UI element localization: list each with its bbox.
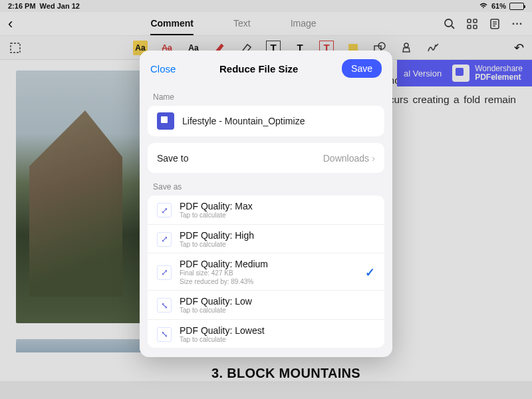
modal-title: Reduce File Size: [219, 63, 298, 74]
quality-title: PDF Quality: Lowest: [180, 325, 265, 336]
quality-icon: ⤡: [157, 298, 172, 313]
quality-title: PDF Quality: Low: [180, 296, 252, 307]
quality-option-max[interactable]: ⤢ PDF Quality: Max Tap to calculate: [148, 196, 384, 225]
quality-title: PDF Quality: Medium: [180, 259, 268, 269]
quality-icon: ⤡: [157, 327, 172, 342]
check-icon: ✓: [365, 265, 375, 280]
name-section-label: Name: [140, 83, 392, 106]
quality-subtitle-2: Size reduced by: 89.43%: [180, 278, 268, 287]
quality-subtitle: Tap to calculate: [180, 336, 265, 344]
quality-title: PDF Quality: Max: [180, 201, 253, 211]
chevron-right-icon: ›: [372, 152, 375, 164]
quality-option-lowest[interactable]: ⤡ PDF Quality: Lowest Tap to calculate: [148, 320, 384, 348]
quality-subtitle: Tap to calculate: [180, 211, 253, 220]
save-as-section-label: Save as: [140, 173, 392, 196]
quality-option-high[interactable]: ⤢ PDF Quality: High Tap to calculate: [148, 225, 384, 254]
quality-subtitle-1: Final size: 427 KB: [180, 269, 268, 278]
reduce-file-size-modal: Close Reduce File Size Save Name Lifesty…: [140, 51, 392, 357]
filename-row[interactable]: Lifestyle - Mountain_Optimize: [148, 106, 384, 136]
quality-subtitle: Tap to calculate: [180, 307, 252, 315]
save-to-row[interactable]: Save to Downloads ›: [148, 143, 384, 173]
quality-title: PDF Quality: High: [180, 230, 254, 241]
quality-subtitle: Tap to calculate: [180, 241, 254, 249]
quality-icon: ⤢: [157, 203, 172, 217]
filename-text: Lifestyle - Mountain_Optimize: [182, 116, 305, 126]
quality-option-medium[interactable]: ⤢ PDF Quality: Medium Final size: 427 KB…: [148, 253, 384, 291]
close-button[interactable]: Close: [150, 63, 176, 74]
file-type-icon: [157, 112, 174, 130]
save-to-label: Save to: [157, 153, 188, 164]
save-button[interactable]: Save: [342, 59, 382, 78]
modal-overlay: Close Reduce File Size Save Name Lifesty…: [0, 0, 532, 399]
quality-icon: ⤢: [157, 232, 172, 247]
save-to-value: Downloads: [323, 153, 369, 164]
quality-icon: ⤢: [157, 265, 172, 280]
quality-option-low[interactable]: ⤡ PDF Quality: Low Tap to calculate: [148, 291, 384, 320]
